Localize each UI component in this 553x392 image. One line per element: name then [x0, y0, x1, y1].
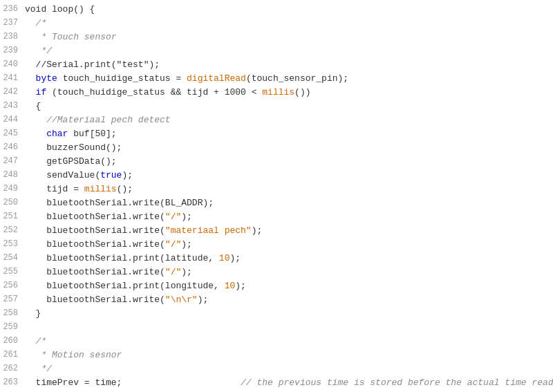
- line-number: 263: [0, 376, 25, 389]
- line-number: 249: [0, 183, 25, 195]
- line-number: 252: [0, 224, 25, 236]
- line-content: void loop() {: [25, 3, 553, 17]
- line-number: 258: [0, 307, 25, 319]
- line-number: 261: [0, 348, 25, 361]
- line-content: //Materiaal pech detect: [25, 113, 553, 127]
- line-content: if (touch_huidige_status && tijd + 1000 …: [25, 86, 553, 100]
- table-row: 246 buzzerSound();: [0, 141, 553, 155]
- line-content: bluetoothSerial.write("materiaal pech");: [25, 224, 553, 238]
- line-number: 247: [0, 155, 25, 167]
- line-content: bluetoothSerial.write("\n\r");: [25, 293, 553, 307]
- line-number: 243: [0, 100, 25, 112]
- line-number: 237: [0, 17, 25, 29]
- table-row: 243 {: [0, 100, 553, 113]
- line-number: 253: [0, 238, 25, 250]
- code-editor: 236void loop() {237 /*238 * Touch sensor…: [0, 0, 553, 392]
- line-number: 260: [0, 335, 25, 347]
- table-row: 254 bluetoothSerial.print(latitude, 10);: [0, 252, 553, 265]
- table-row: 236void loop() {: [0, 3, 553, 17]
- table-row: 241 byte touch_huidige_status = digitalR…: [0, 72, 553, 86]
- line-content: bluetoothSerial.write("/");: [25, 238, 553, 252]
- line-number: 256: [0, 279, 25, 292]
- line-number: 251: [0, 210, 25, 223]
- line-number: 254: [0, 252, 25, 264]
- table-row: 242 if (touch_huidige_status && tijd + 1…: [0, 86, 553, 100]
- table-row: 255 bluetoothSerial.write("/");: [0, 265, 553, 279]
- line-content: char buf[50];: [25, 127, 553, 141]
- table-row: 258 }: [0, 307, 553, 321]
- table-row: 245 char buf[50];: [0, 127, 553, 141]
- line-content: //Serial.print("test");: [25, 58, 553, 72]
- line-content: * Touch sensor: [25, 30, 553, 44]
- line-content: buzzerSound();: [25, 141, 553, 155]
- table-row: 260 /*: [0, 335, 553, 348]
- line-number: 259: [0, 321, 25, 333]
- line-content: timePrev = time; // the previous time is…: [25, 376, 553, 390]
- line-content: }: [25, 307, 553, 321]
- line-content: /*: [25, 17, 553, 30]
- table-row: 237 /*: [0, 17, 553, 30]
- table-row: 256 bluetoothSerial.print(longitude, 10)…: [0, 279, 553, 293]
- table-row: 240 //Serial.print("test");: [0, 58, 553, 72]
- line-number: 236: [0, 3, 25, 15]
- line-content: {: [25, 100, 553, 113]
- line-number: 238: [0, 30, 25, 43]
- table-row: 249 tijd = millis();: [0, 183, 553, 196]
- line-content: bluetoothSerial.print(longitude, 10);: [25, 279, 553, 293]
- line-content: tijd = millis();: [25, 183, 553, 196]
- table-row: 257 bluetoothSerial.write("\n\r");: [0, 293, 553, 307]
- line-content: bluetoothSerial.write(BL_ADDR);: [25, 196, 553, 210]
- table-row: 252 bluetoothSerial.write("materiaal pec…: [0, 224, 553, 238]
- line-content: bluetoothSerial.print(latitude, 10);: [25, 252, 553, 265]
- table-row: 263 timePrev = time; // the previous tim…: [0, 376, 553, 390]
- line-number: 241: [0, 72, 25, 84]
- line-content: bluetoothSerial.write("/");: [25, 210, 553, 224]
- line-content: * Motion sesnor: [25, 348, 553, 362]
- table-row: 262 */: [0, 362, 553, 376]
- line-number: 244: [0, 113, 25, 126]
- line-content: */: [25, 362, 553, 376]
- table-row: 250 bluetoothSerial.write(BL_ADDR);: [0, 196, 553, 210]
- table-row: 253 bluetoothSerial.write("/");: [0, 238, 553, 252]
- table-row: 261 * Motion sesnor: [0, 348, 553, 362]
- line-content: /*: [25, 335, 553, 348]
- line-number: 250: [0, 196, 25, 209]
- table-row: 247 getGPSData();: [0, 155, 553, 169]
- table-row: 239 */: [0, 44, 553, 58]
- line-number: 240: [0, 58, 25, 71]
- line-number: 242: [0, 86, 25, 98]
- table-row: 251 bluetoothSerial.write("/");: [0, 210, 553, 224]
- table-row: 244 //Materiaal pech detect: [0, 113, 553, 127]
- line-number: 245: [0, 127, 25, 140]
- line-content: */: [25, 44, 553, 58]
- line-number: 239: [0, 44, 25, 57]
- line-content: getGPSData();: [25, 155, 553, 169]
- line-content: byte touch_huidige_status = digitalRead(…: [25, 72, 553, 86]
- table-row: 259: [0, 321, 553, 335]
- line-number: 255: [0, 265, 25, 278]
- line-content: sendValue(true);: [25, 169, 553, 183]
- line-content: bluetoothSerial.write("/");: [25, 265, 553, 279]
- line-number: 257: [0, 293, 25, 306]
- line-number: 262: [0, 362, 25, 375]
- table-row: 248 sendValue(true);: [0, 169, 553, 183]
- line-number: 246: [0, 141, 25, 153]
- table-row: 238 * Touch sensor: [0, 30, 553, 44]
- line-number: 248: [0, 169, 25, 181]
